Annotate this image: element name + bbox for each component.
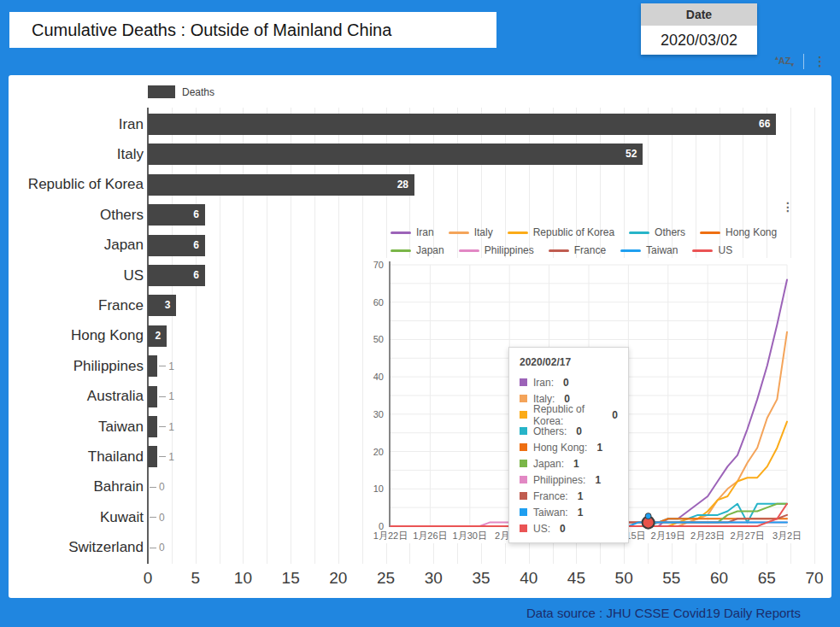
tooltip-swatch <box>520 508 527 516</box>
legend-line-swatch <box>391 231 411 234</box>
tooltip-series-value: 1 <box>573 458 579 470</box>
tooltip-swatch <box>520 378 527 386</box>
legend-item-label: Others <box>655 226 685 238</box>
legend-item-republic-of-korea[interactable]: Republic of Korea <box>508 226 614 238</box>
legend-item-iran[interactable]: Iran <box>391 226 434 238</box>
tooltip-item-us: US:0 <box>520 520 618 536</box>
legend-item-label: Republic of Korea <box>533 226 614 238</box>
legend-line-swatch <box>508 231 528 234</box>
line-chart-legend: IranItalyRepublic of KoreaOthersHong Kon… <box>391 226 799 256</box>
line-y-tick-label: 20 <box>373 447 384 457</box>
toolbar-divider <box>803 54 804 69</box>
legend-line-swatch <box>549 249 569 252</box>
legend-line-swatch <box>459 249 479 252</box>
date-slicer-header: Date <box>641 3 757 26</box>
dashboard-root: Cumulative Deaths : Outside of Mainland … <box>0 0 840 627</box>
legend-row: JapanPhilippinesFranceTaiwanUS <box>391 244 799 256</box>
tooltip-series-name: Hong Kong: <box>533 442 587 454</box>
tooltip-swatch <box>520 460 527 467</box>
tooltip-series-value: 0 <box>612 409 618 421</box>
page-title: Cumulative Deaths : Outside of Mainland … <box>9 12 496 48</box>
tooltip-series-value: 0 <box>560 523 566 535</box>
tooltip-rows: Iran:0Italy:0Republic of Korea:0Others:0… <box>520 374 618 536</box>
date-slicer: Date 2020/03/02 <box>641 3 757 55</box>
line-x-tick-label: 2月27日 <box>730 530 764 541</box>
tooltip-series-name: Philippines: <box>533 474 585 486</box>
legend-item-label: Philippines <box>485 244 534 256</box>
tooltip-item-hong-kong: Hong Kong:1 <box>520 439 618 455</box>
tooltip-swatch <box>520 443 527 451</box>
line-x-tick-label: 3月2日 <box>772 530 802 541</box>
tooltip-item-philippines: Philippines:1 <box>520 472 618 488</box>
tooltip-series-name: Others: <box>533 425 567 437</box>
tooltip-item-japan: Japan:1 <box>520 455 618 472</box>
line-chart-more-icon[interactable]: ⋮ <box>782 200 794 214</box>
legend-item-japan[interactable]: Japan <box>391 244 444 256</box>
tooltip-swatch <box>520 476 527 483</box>
line-x-tick-label: 2月19日 <box>651 530 685 541</box>
legend-item-us[interactable]: US <box>692 244 732 256</box>
tooltip-series-name: Republic of Korea: <box>533 403 602 427</box>
line-y-tick-label: 30 <box>373 409 384 419</box>
line-y-tick-label: 70 <box>373 260 384 270</box>
sort-az-label: AZ <box>778 56 791 66</box>
hover-marker-top-dot <box>645 513 651 519</box>
legend-item-italy[interactable]: Italy <box>449 226 493 238</box>
legend-line-swatch <box>629 231 649 234</box>
line-y-tick-label: 60 <box>373 297 384 308</box>
tooltip-series-name: Iran: <box>533 377 554 389</box>
legend-item-label: Japan <box>416 244 444 256</box>
tooltip-series-value: 1 <box>596 442 602 454</box>
tooltip-series-value: 1 <box>578 490 584 502</box>
legend-item-label: France <box>574 244 606 256</box>
tooltip-swatch <box>520 427 527 435</box>
line-x-tick-label: 1月22日 <box>373 530 408 541</box>
line-y-tick-label: 10 <box>373 483 384 494</box>
legend-line-swatch <box>391 249 411 252</box>
date-slicer-value[interactable]: 2020/03/02 <box>641 26 757 55</box>
line-x-tick-label: 2月23日 <box>690 530 725 541</box>
legend-item-others[interactable]: Others <box>629 226 685 238</box>
legend-item-label: Taiwan <box>646 244 678 256</box>
legend-item-label: Hong Kong <box>725 226 777 238</box>
tooltip-swatch <box>520 411 527 419</box>
legend-item-taiwan[interactable]: Taiwan <box>620 244 678 256</box>
tooltip-item-republic-of-korea: Republic of Korea:0 <box>520 407 618 423</box>
line-chart: 0102030405060701月22日1月26日1月30日2月3日2月7日2月… <box>9 75 831 598</box>
tooltip-swatch <box>520 395 527 402</box>
page-title-text: Cumulative Deaths : Outside of Mainland … <box>32 21 391 40</box>
tooltip-date: 2020/02/17 <box>520 356 618 368</box>
legend-line-swatch <box>449 231 469 234</box>
tooltip-item-iran: Iran:0 <box>520 374 618 390</box>
tooltip-swatch <box>520 524 527 532</box>
sort-down-arrow: ▾ <box>790 62 794 67</box>
legend-line-swatch <box>692 249 713 252</box>
tooltip-item-taiwan: Taiwan:1 <box>520 504 618 520</box>
footer-strip: Data source : JHU CSSE Covid19 Daily Rep… <box>9 598 831 627</box>
visual-toolbar: ▴AZ▾ ⋮ <box>775 51 826 72</box>
tooltip-series-name: Taiwan: <box>533 507 568 519</box>
legend-item-hong-kong[interactable]: Hong Kong <box>700 226 777 238</box>
legend-item-label: Italy <box>474 226 493 238</box>
legend-line-swatch <box>620 249 641 252</box>
chart-panel: Deaths 0510152025303540455055606570Iran6… <box>9 75 831 598</box>
legend-item-philippines[interactable]: Philippines <box>459 244 534 256</box>
line-y-tick-label: 40 <box>373 372 384 382</box>
data-source-text: Data source : JHU CSSE Covid19 Daily Rep… <box>526 606 801 620</box>
sort-az-icon[interactable]: ▴AZ▾ <box>775 55 794 68</box>
tooltip-series-value: 1 <box>595 474 601 486</box>
tooltip-series-name: France: <box>533 490 568 502</box>
legend-line-swatch <box>700 231 720 234</box>
tooltip-series-name: Japan: <box>533 458 564 470</box>
tooltip-item-france: France:1 <box>520 488 618 504</box>
line-y-tick-label: 50 <box>373 334 384 344</box>
legend-item-label: US <box>718 244 732 256</box>
more-options-icon[interactable]: ⋮ <box>814 54 826 69</box>
line-x-tick-label: 1月30日 <box>453 530 487 541</box>
tooltip-swatch <box>520 492 527 500</box>
tooltip-series-value: 1 <box>578 507 584 519</box>
legend-item-label: Iran <box>416 226 434 238</box>
line-x-tick-label: 1月26日 <box>413 530 447 541</box>
chart-tooltip: 2020/02/17 Iran:0Italy:0Republic of Kore… <box>508 347 629 543</box>
legend-item-france[interactable]: France <box>549 244 606 256</box>
